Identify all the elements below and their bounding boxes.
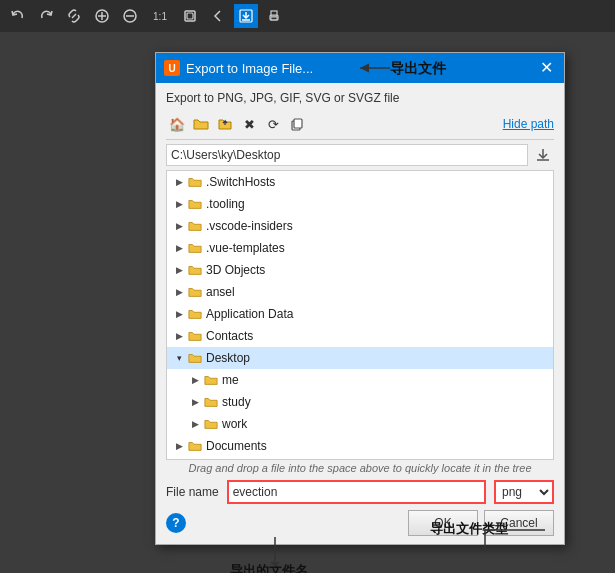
tree-item-label: study [222,395,251,409]
tree-item[interactable]: ▶ study [167,391,553,413]
export-dialog: U Export to Image File... ✕ Export to PN… [155,52,565,545]
toolbar-redo[interactable] [34,4,58,28]
collapsed-arrow-icon[interactable]: ▶ [171,328,187,344]
toolbar-zoom-1-1[interactable]: 1:1 [146,4,174,28]
expanded-arrow-icon[interactable]: ▾ [171,350,187,366]
tree-item[interactable]: ▾ Desktop [167,347,553,369]
folder-icon [203,372,219,388]
collapsed-arrow-icon[interactable]: ▶ [171,306,187,322]
collapsed-arrow-icon[interactable]: ▶ [187,394,203,410]
filetool-refresh[interactable]: ⟳ [262,113,284,135]
dialog-close-button[interactable]: ✕ [536,58,556,78]
tree-item-label: ansel [206,285,235,299]
annotation-filename-label: 导出的文件名 [230,562,308,573]
collapsed-arrow-icon[interactable]: ▶ [187,416,203,432]
svg-rect-15 [294,119,302,128]
folder-icon [187,240,203,256]
toolbar-add[interactable] [90,4,114,28]
collapsed-arrow-icon[interactable]: ▶ [171,240,187,256]
main-toolbar: 1:1 [0,0,615,32]
drag-hint: Drag and drop a file into the space abov… [166,460,554,478]
hide-path-button[interactable]: Hide path [503,117,554,131]
tree-item[interactable]: ▶ .SwitchHosts [167,171,553,193]
tree-item[interactable]: ▶ Application Data [167,303,553,325]
svg-rect-12 [271,17,277,20]
dialog-titlebar: U Export to Image File... ✕ [156,53,564,83]
folder-icon [187,174,203,190]
tree-item-label: .vue-templates [206,241,285,255]
tree-item[interactable]: ▶ me [167,369,553,391]
filename-row: File name png jpg gif svg svgz [166,480,554,504]
folder-icon [187,328,203,344]
path-download-btn[interactable] [532,144,554,166]
toolbar-remove[interactable] [118,4,142,28]
path-bar [166,144,554,166]
dialog-app-icon: U [164,60,180,76]
toolbar-back[interactable] [206,4,230,28]
tree-item[interactable]: ▶ .vue-templates [167,237,553,259]
filetool-delete[interactable]: ✖ [238,113,260,135]
folder-icon [187,284,203,300]
collapsed-arrow-icon[interactable]: ▶ [187,372,203,388]
dialog-title: Export to Image File... [186,61,530,76]
main-area: U Export to Image File... ✕ Export to PN… [0,32,615,573]
toolbar-fit[interactable] [178,4,202,28]
help-button[interactable]: ? [166,513,186,533]
tree-item-label: Application Data [206,307,293,321]
tree-item[interactable]: ▶ .vscode-insiders [167,215,553,237]
format-select[interactable]: png jpg gif svg svgz [494,480,554,504]
filename-label: File name [166,485,219,499]
collapsed-arrow-icon[interactable]: ▶ [171,262,187,278]
folder-icon [203,394,219,410]
filetool-copy[interactable] [286,113,308,135]
filetool-home[interactable]: 🏠 [166,113,188,135]
folder-icon [187,306,203,322]
filename-input[interactable] [227,480,486,504]
toolbar-undo[interactable] [6,4,30,28]
collapsed-arrow-icon[interactable]: ▶ [171,196,187,212]
collapsed-arrow-icon[interactable]: ▶ [171,174,187,190]
folder-icon [187,218,203,234]
collapsed-arrow-icon[interactable]: ▶ [171,438,187,454]
folder-icon [187,438,203,454]
svg-rect-6 [187,13,193,19]
tree-item[interactable]: ▶ Contacts [167,325,553,347]
tree-item-label: work [222,417,247,431]
tree-item-label: me [222,373,239,387]
tree-item-label: Desktop [206,351,250,365]
collapsed-arrow-icon[interactable]: ▶ [171,218,187,234]
file-toolbar: 🏠 ✖ ⟳ [166,113,554,140]
tree-item[interactable]: ▶ .tooling [167,193,553,215]
tree-item-label: .SwitchHosts [206,175,275,189]
tree-item[interactable]: ▶ work [167,413,553,435]
tree-item[interactable]: ▶ Documents [167,435,553,457]
filetool-folder[interactable] [190,113,212,135]
file-tree[interactable]: ▶ .SwitchHosts▶ .tooling▶ .vscode-inside… [166,170,554,460]
tree-item[interactable]: ▶ 3D Objects [167,259,553,281]
folder-icon [203,416,219,432]
tree-item-label: .vscode-insiders [206,219,293,233]
dialog-subtitle: Export to PNG, JPG, GIF, SVG or SVGZ fil… [166,91,554,105]
toolbar-link[interactable] [62,4,86,28]
collapsed-arrow-icon[interactable]: ▶ [171,284,187,300]
folder-icon [187,262,203,278]
tree-item-label: Documents [206,439,267,453]
folder-icon [187,350,203,366]
tree-item-label: 3D Objects [206,263,265,277]
path-input[interactable] [166,144,528,166]
svg-marker-22 [270,562,280,567]
tree-item-label: Contacts [206,329,253,343]
buttons-row: ? OK Cancel [166,510,554,536]
tree-item[interactable]: ▶ ansel [167,281,553,303]
tree-item-label: .tooling [206,197,245,211]
filetool-up[interactable] [214,113,236,135]
toolbar-print[interactable] [262,4,286,28]
ok-button[interactable]: OK [408,510,478,536]
toolbar-export[interactable] [234,4,258,28]
cancel-button[interactable]: Cancel [484,510,554,536]
folder-icon [187,196,203,212]
dialog-content: Export to PNG, JPG, GIF, SVG or SVGZ fil… [156,83,564,544]
